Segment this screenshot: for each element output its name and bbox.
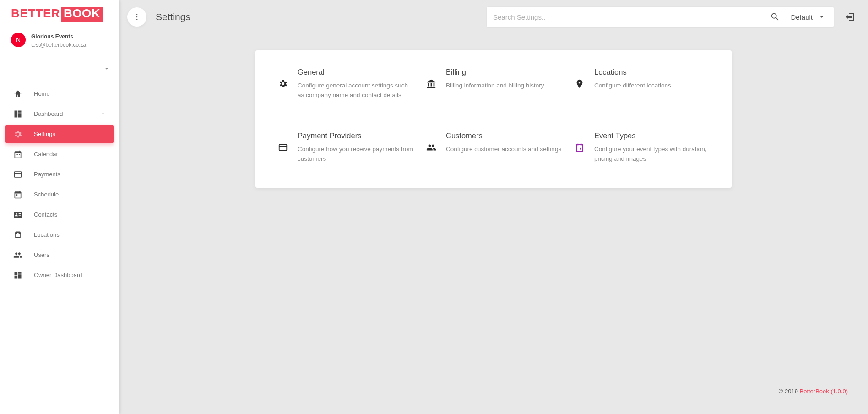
pin-icon	[573, 68, 586, 100]
topbar: Settings Default	[119, 0, 868, 34]
sidebar-item-label: Settings	[34, 131, 55, 137]
sidebar-item-label: Calendar	[34, 151, 58, 158]
sidebar-item-home[interactable]: Home	[5, 85, 114, 103]
settings-tile-locations[interactable]: LocationsConfigure different locations	[573, 68, 711, 100]
tile-title: Payment Providers	[298, 131, 414, 140]
sidebar-item-dashboard[interactable]: Dashboard	[5, 105, 114, 123]
footer-copy: © 2019	[779, 388, 800, 395]
settings-icon	[277, 68, 289, 100]
tile-title: Billing	[446, 68, 544, 76]
chevron-down-icon	[100, 111, 106, 117]
sidebar: BETTERBOOK N Glorious Events test@better…	[0, 0, 119, 414]
sidebar-item-calendar[interactable]: Calendar	[5, 145, 114, 163]
card-icon	[277, 131, 289, 164]
sidebar-item-schedule[interactable]: Schedule	[5, 185, 114, 204]
sidebar-item-locations[interactable]: Locations	[5, 226, 114, 244]
sidebar-item-label: Dashboard	[34, 110, 63, 117]
more-vertical-icon	[133, 13, 141, 21]
settings-card: GeneralConfigure general account setting…	[255, 50, 732, 188]
users-icon	[425, 131, 438, 164]
sidebar-item-label: Payments	[34, 171, 60, 178]
account-email: test@betterbook.co.za	[31, 41, 86, 49]
search-bar: Default	[486, 6, 834, 27]
account-name: Glorious Events	[31, 33, 86, 41]
sidebar-item-label: Users	[34, 251, 49, 258]
store-icon	[13, 230, 23, 240]
page-title: Settings	[156, 11, 190, 22]
sidebar-item-settings[interactable]: Settings	[5, 125, 114, 143]
search-icon[interactable]	[770, 12, 780, 22]
users-icon	[13, 250, 23, 260]
search-input[interactable]	[493, 13, 767, 21]
settings-tile-billing[interactable]: BillingBilling information and billing h…	[425, 68, 562, 100]
event-icon	[573, 131, 586, 164]
filter-select-label: Default	[791, 13, 813, 21]
bank-icon	[425, 68, 438, 100]
tile-desc: Configure general account settings such …	[298, 81, 414, 100]
sidebar-item-contacts[interactable]: Contacts	[5, 206, 114, 224]
sidebar-item-label: Locations	[34, 231, 60, 238]
tile-desc: Configure customer accounts and settings	[446, 145, 561, 154]
dashboard-icon	[13, 109, 23, 119]
chevron-down-icon	[818, 13, 825, 21]
dashboard-icon	[13, 270, 23, 280]
calendar-icon	[13, 149, 23, 159]
avatar: N	[11, 33, 26, 47]
sidebar-item-label: Schedule	[34, 191, 59, 198]
sidebar-item-owner-dashboard[interactable]: Owner Dashboard	[5, 266, 114, 284]
sidebar-item-users[interactable]: Users	[5, 246, 114, 264]
exit-button[interactable]	[843, 10, 857, 24]
tile-desc: Configure different locations	[594, 81, 671, 91]
tile-title: Event Types	[594, 131, 711, 140]
tile-title: Locations	[594, 68, 671, 76]
sidebar-item-payments[interactable]: Payments	[5, 165, 114, 184]
card-icon	[13, 169, 23, 180]
nav: HomeDashboardSettingsCalendarPaymentsSch…	[0, 72, 119, 297]
sidebar-item-label: Contacts	[34, 211, 57, 218]
footer-link[interactable]: BetterBook (1.0.0)	[800, 388, 848, 395]
home-icon	[13, 89, 23, 99]
more-menu-button[interactable]	[127, 7, 146, 27]
settings-icon	[13, 129, 23, 139]
tile-title: Customers	[446, 131, 561, 140]
logo-left: BETTER	[11, 6, 60, 20]
logo[interactable]: BETTERBOOK	[0, 0, 119, 26]
settings-tile-general[interactable]: GeneralConfigure general account setting…	[277, 68, 414, 100]
tile-desc: Billing information and billing history	[446, 81, 544, 91]
contact-icon	[13, 210, 23, 220]
tile-desc: Configure your event types with duration…	[594, 145, 711, 164]
sidebar-item-label: Owner Dashboard	[34, 272, 82, 278]
sidebar-item-label: Home	[34, 90, 50, 97]
account-switcher[interactable]: N Glorious Events test@betterbook.co.za	[0, 26, 119, 52]
footer: © 2019 BetterBook (1.0.0)	[137, 385, 850, 405]
chevron-down-icon[interactable]	[103, 65, 110, 72]
schedule-icon	[13, 190, 23, 200]
filter-select[interactable]: Default	[786, 13, 830, 21]
exit-icon	[845, 11, 856, 22]
logo-right: BOOK	[61, 7, 103, 22]
tile-title: General	[298, 68, 414, 76]
settings-tile-customers[interactable]: CustomersConfigure customer accounts and…	[425, 131, 562, 164]
tile-desc: Configure how you receive payments from …	[298, 145, 414, 164]
settings-tile-payment-providers[interactable]: Payment ProvidersConfigure how you recei…	[277, 131, 414, 164]
settings-tile-event-types[interactable]: Event TypesConfigure your event types wi…	[573, 131, 711, 164]
